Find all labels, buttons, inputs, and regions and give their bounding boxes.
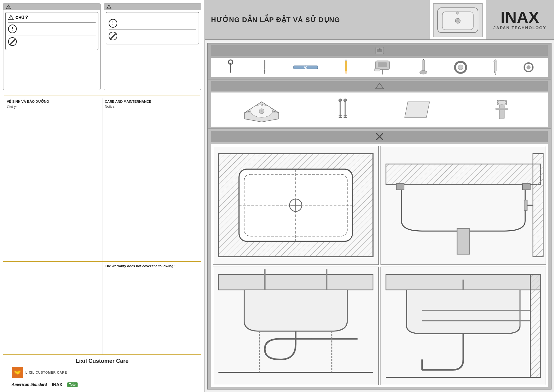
parts-section (208, 79, 551, 129)
svg-text:!: ! (8, 6, 9, 8)
svg-point-45 (339, 99, 342, 102)
diagram-2-svg (381, 146, 546, 264)
en-care-label: CARE AND MAINTERNANCE (105, 100, 198, 103)
warning-box-1: ! ! CHÚ Ý ! (3, 3, 101, 90)
svg-rect-13 (379, 48, 381, 50)
svg-point-33 (458, 65, 463, 70)
svg-rect-71 (396, 183, 404, 190)
diagram-1-svg (213, 146, 378, 264)
caution-title: ! CHÚ Ý (8, 15, 96, 20)
install-diagrams (211, 144, 548, 387)
svg-rect-73 (533, 154, 543, 257)
svg-marker-23 (345, 71, 347, 75)
sink-thumbnail (433, 3, 483, 37)
bottom-right: The warranty does not cover the followin… (102, 262, 201, 354)
svg-point-47 (344, 99, 347, 102)
footer-section: Lixil Customer Care 🤝 LIXIL CUSTOMER CAR… (3, 354, 201, 389)
header-title: HƯỚNG DẪN LẮP ĐẶT VÀ SỬ DỤNG (211, 16, 340, 24)
install-x-icon (375, 132, 384, 141)
svg-rect-36 (493, 61, 497, 62)
svg-rect-75 (524, 200, 527, 210)
gasket-svg (400, 99, 431, 120)
right-content-area (207, 43, 552, 390)
exclamation-icon-2: ! (109, 19, 117, 28)
lixil-logo-row: 🤝 LIXIL CUSTOMER CARE (6, 367, 199, 378)
caution-no-section (8, 35, 96, 47)
svg-rect-28 (374, 69, 380, 71)
svg-point-43 (261, 104, 263, 106)
right-panel: HƯỚNG DẪN LẮP ĐẶT VÀ SỬ DỤNG INAX JAPAN … (205, 0, 554, 392)
svg-text:!: ! (11, 16, 11, 19)
wrench-svg (225, 60, 236, 75)
screwdriver-svg (262, 59, 268, 75)
sink-part-svg (238, 94, 285, 125)
divider-top (4, 96, 200, 96)
svg-rect-27 (382, 70, 383, 74)
lixil-hand-icon: 🤝 (12, 367, 23, 378)
tool-drain-ring (454, 61, 467, 74)
tool-wrench (225, 60, 236, 75)
warning-header-1: ! (3, 3, 100, 10)
warning-boxes-row: ! ! CHÚ Ý ! (3, 3, 201, 90)
caution-exclamation-section: ! (8, 22, 96, 33)
svg-rect-89 (530, 274, 540, 377)
svg-point-9 (457, 20, 459, 22)
lixil-brand-text: LIXIL CUSTOMER CARE (25, 371, 67, 374)
bolts-svg (337, 99, 348, 120)
tools-section-icon (375, 47, 384, 55)
warning-box-2: ! ! (104, 3, 201, 90)
svg-marker-52 (405, 102, 430, 117)
triangle-icon-2: ! (106, 5, 111, 9)
caulk-svg (418, 59, 428, 75)
header-title-section: HƯỚNG DẪN LẮP ĐẶT VÀ SỬ DỤNG (205, 0, 430, 39)
diagram-top-view (213, 146, 379, 265)
brand-logos-row: American Standard INAX Toto (6, 380, 199, 387)
header-brand-section: INAX JAPAN TECHNOLOGY (486, 0, 554, 39)
inax-brand-logo: INAX (501, 9, 539, 25)
parts-header (211, 81, 548, 91)
american-standard-logo: American Standard (12, 382, 47, 387)
tools-header (211, 45, 548, 56)
diagram-plumbing-front (213, 267, 379, 385)
caution-inner-box-1: ! CHÚ Ý ! (5, 12, 98, 50)
bottom-left (3, 262, 102, 354)
small-ring-svg (523, 62, 534, 73)
svg-rect-24 (345, 60, 347, 61)
parts-row (211, 92, 548, 127)
jigsaw-svg (374, 59, 393, 75)
warranty-text: The warranty does not cover the followin… (105, 264, 199, 268)
warning-header-2: ! (104, 3, 201, 10)
parts-section-icon (375, 83, 384, 89)
part-drain (483, 99, 520, 120)
care-col-en: CARE AND MAINTERNANCE Notice: (102, 98, 200, 261)
svg-rect-56 (496, 108, 508, 110)
caution-inner-box-2: ! (106, 12, 199, 44)
tools-section (208, 43, 551, 79)
caution-no-section-2 (109, 29, 196, 42)
caution-label: CHÚ Ý (16, 15, 28, 20)
install-section (208, 129, 551, 389)
svg-point-30 (420, 70, 427, 74)
vn-notice-label: Chú ý: (7, 105, 100, 109)
no-icon-1 (8, 37, 17, 46)
tool-caulk-gun (418, 59, 428, 75)
tool-syringe (493, 59, 498, 76)
svg-point-38 (527, 65, 530, 69)
part-sink (238, 94, 285, 125)
install-header (211, 131, 548, 142)
svg-point-42 (261, 110, 263, 112)
svg-point-55 (498, 101, 506, 104)
pencil-svg (344, 59, 349, 76)
exclamation-icon-1: ! (8, 25, 17, 33)
care-col-vn: VỆ SINH VÀ BẢO DƯỠNG Chú ý: (4, 98, 102, 261)
svg-rect-70 (457, 228, 469, 254)
svg-rect-26 (378, 62, 387, 67)
part-gasket (400, 99, 431, 120)
svg-marker-18 (264, 70, 265, 74)
drain-svg (483, 99, 520, 120)
no-icon-2 (109, 32, 117, 40)
tool-pencil (344, 59, 349, 76)
svg-rect-69 (386, 164, 540, 184)
svg-point-21 (305, 67, 306, 68)
syringe-svg (493, 59, 498, 76)
